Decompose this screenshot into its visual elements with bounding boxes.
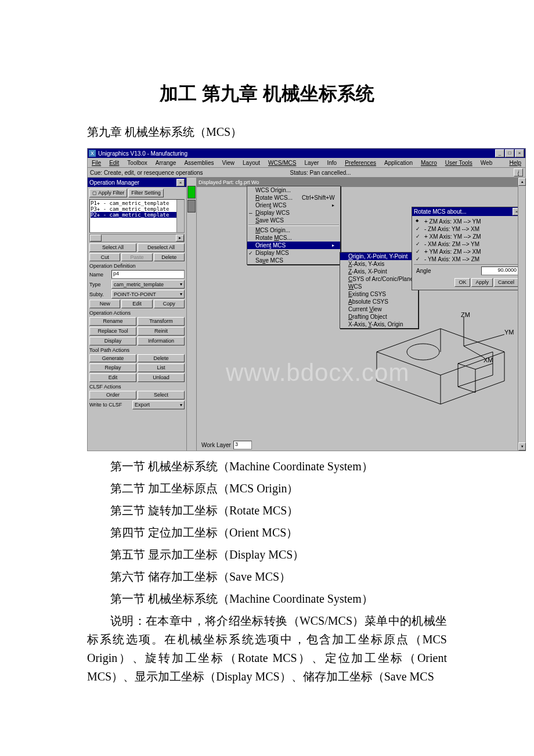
copy-button[interactable]: Copy bbox=[154, 300, 185, 308]
ok-button[interactable]: OK bbox=[454, 278, 470, 287]
submenu-existing-csys[interactable]: Existing CSYS bbox=[340, 290, 418, 298]
list-button[interactable]: List bbox=[138, 363, 185, 372]
menu-assemblies[interactable]: Assemblies bbox=[181, 160, 217, 166]
work-layer-input[interactable]: 3 bbox=[233, 441, 252, 449]
menu-web[interactable]: Web bbox=[478, 160, 495, 166]
menu-edit[interactable]: Edit bbox=[106, 160, 122, 166]
menu-rotate-mcs[interactable]: Rotate MCS... bbox=[247, 234, 340, 242]
graphics-canvas[interactable]: Displayed Part: cfg.prt Wo WCS Origin...… bbox=[197, 178, 525, 451]
tpa-delete-button[interactable]: Delete bbox=[138, 354, 185, 363]
order-button[interactable]: Order bbox=[89, 391, 136, 399]
menu-arrange[interactable]: Arrange bbox=[153, 160, 179, 166]
submenu-current-view[interactable]: Current View bbox=[340, 305, 418, 313]
replay-button[interactable]: Replay bbox=[89, 363, 136, 372]
new-button[interactable]: New bbox=[89, 300, 120, 308]
om-close-button[interactable]: × bbox=[176, 179, 185, 186]
menu-save-mcs[interactable]: Save MCS bbox=[247, 257, 340, 264]
submenu-csys-arc[interactable]: CSYS of Arc/Conic/Plane bbox=[340, 275, 418, 283]
type-dropdown[interactable]: cam_metric_template▾ bbox=[111, 280, 185, 289]
paste-button[interactable]: Paste bbox=[121, 253, 152, 262]
menu-view[interactable]: View bbox=[219, 160, 238, 166]
menu-application[interactable]: Application bbox=[381, 160, 416, 166]
menu-info[interactable]: Info bbox=[324, 160, 340, 166]
menu-layer[interactable]: Layer bbox=[301, 160, 322, 166]
menu-toolbox[interactable]: Toolbox bbox=[124, 160, 150, 166]
name-input[interactable]: p4 bbox=[111, 270, 185, 279]
chevron-down-icon: ▾ bbox=[180, 291, 182, 297]
submenu-zaxis-xpoint[interactable]: Z-Axis, X-Point bbox=[340, 268, 418, 275]
submenu-xaxis-yaxis[interactable]: X-Axis, Y-Axis bbox=[340, 260, 418, 268]
indicator-gray bbox=[187, 200, 196, 213]
close-button[interactable]: × bbox=[515, 149, 524, 157]
rot-opt-mzm[interactable]: - ZM Axis: YM --> XM bbox=[414, 225, 521, 233]
menu-wcs-origin[interactable]: WCS Origin... bbox=[247, 186, 340, 194]
cut-button[interactable]: Cut bbox=[89, 253, 120, 262]
menu-wcs-mcs[interactable]: WCS/MCS bbox=[265, 160, 299, 166]
apply-button[interactable]: Apply bbox=[471, 278, 493, 287]
information-button[interactable]: Information bbox=[138, 337, 185, 345]
menu-orient-wcs[interactable]: Orient WCS bbox=[247, 201, 340, 209]
list-item[interactable]: P1+ - cam_metric_template bbox=[91, 200, 183, 206]
rot-opt-mym[interactable]: - YM Axis: XM --> ZM bbox=[414, 255, 521, 263]
export-dropdown[interactable]: Export▾ bbox=[132, 401, 185, 409]
angle-input[interactable]: 90.0000 bbox=[481, 267, 518, 275]
work-layer-label: Work Layer bbox=[201, 442, 231, 448]
subtype-dropdown[interactable]: POINT-TO-POINT▾ bbox=[111, 290, 185, 298]
rename-button[interactable]: Rename bbox=[89, 317, 136, 326]
menubar: File Edit Toolbox Arrange Assemblies Vie… bbox=[88, 158, 525, 168]
reinit-button[interactable]: Reinit bbox=[138, 327, 185, 336]
delete-button[interactable]: Delete bbox=[154, 253, 185, 262]
menu-display-wcs[interactable]: Display WCS bbox=[247, 209, 340, 217]
transform-button[interactable]: Transform bbox=[138, 317, 185, 326]
deselect-all-button[interactable]: Deselect All bbox=[138, 243, 185, 252]
menu-rotate-wcs[interactable]: Rotate WCS...Ctrl+Shift+W bbox=[247, 194, 340, 201]
submenu-wcs[interactable]: WCS bbox=[340, 283, 418, 290]
unload-button[interactable]: Unload bbox=[138, 373, 185, 382]
section-3: 第三节 旋转加工坐标（Rotate MCS） bbox=[87, 501, 447, 520]
submenu-origin-xpt-ypt[interactable]: Origin, X-Point, Y-Point bbox=[340, 253, 418, 260]
submenu-xaxis-yaxis-origin[interactable]: X-Axis, Y-Axis, Origin bbox=[340, 321, 418, 328]
filter-setting-button[interactable]: Filter Setting bbox=[128, 189, 164, 197]
info-icon[interactable]: i bbox=[514, 168, 523, 177]
menu-display-mcs[interactable]: Display MCS bbox=[247, 249, 340, 257]
canvas-vscroll[interactable]: ▴ ▾ bbox=[518, 178, 525, 451]
edit-button[interactable]: Edit bbox=[121, 300, 152, 308]
select-all-button[interactable]: Select All bbox=[89, 243, 136, 252]
minimize-button[interactable]: _ bbox=[495, 149, 504, 157]
list-hscroll[interactable]: ▸ bbox=[89, 234, 185, 242]
menu-macro[interactable]: Macro bbox=[418, 160, 440, 166]
tpa-edit-button[interactable]: Edit bbox=[89, 373, 136, 382]
list-item[interactable]: P3+ - cam_metric_template bbox=[91, 206, 183, 212]
menu-orient-mcs[interactable]: Orient MCS bbox=[247, 242, 340, 249]
svg-line-3 bbox=[464, 346, 484, 358]
rot-opt-mxm[interactable]: - XM Axis: ZM --> YM bbox=[414, 240, 521, 248]
list-item[interactable]: P2+ - cam_metric_template bbox=[91, 212, 183, 218]
scroll-up-icon[interactable]: ▴ bbox=[518, 178, 526, 186]
select-button[interactable]: Select bbox=[138, 391, 185, 399]
operation-list[interactable]: P1+ - cam_metric_template P3+ - cam_metr… bbox=[89, 199, 185, 233]
rot-opt-pym[interactable]: + YM Axis: ZM --> XM bbox=[414, 248, 521, 255]
menu-preferences[interactable]: Preferences bbox=[342, 160, 379, 166]
submenu-absolute-csys[interactable]: Absolute CSYS bbox=[340, 298, 418, 305]
write-clsf-label: Write to CLSF bbox=[89, 402, 130, 408]
menu-help[interactable]: Help bbox=[506, 160, 524, 166]
display-button[interactable]: Display bbox=[89, 337, 136, 345]
submenu-drafting-object[interactable]: Drafting Object bbox=[340, 313, 418, 321]
rot-opt-pzm[interactable]: + ZM Axis: XM --> YM bbox=[414, 218, 521, 225]
section-6: 第六节 储存加工坐标（Save MCS） bbox=[87, 567, 447, 586]
rot-opt-pxm[interactable]: + XM Axis: YM --> ZM bbox=[414, 233, 521, 240]
scroll-down-icon[interactable]: ▾ bbox=[518, 442, 526, 451]
menu-mcs-origin[interactable]: MCS Origin... bbox=[247, 226, 340, 234]
scroll-thumb[interactable] bbox=[90, 235, 102, 242]
menu-layout[interactable]: Layout bbox=[240, 160, 263, 166]
menu-file[interactable]: File bbox=[89, 160, 104, 166]
menu-user-tools[interactable]: User Tools bbox=[442, 160, 475, 166]
scroll-right-icon[interactable]: ▸ bbox=[176, 235, 184, 242]
menu-save-wcs[interactable]: Save WCS bbox=[247, 217, 340, 224]
maximize-button[interactable]: □ bbox=[505, 149, 514, 157]
list-scrollbar[interactable] bbox=[176, 200, 184, 232]
cancel-button[interactable]: Cancel bbox=[494, 278, 518, 287]
generate-button[interactable]: Generate bbox=[89, 354, 136, 363]
apply-filter-toggle[interactable]: Apply Filter bbox=[89, 189, 127, 197]
replace-tool-button[interactable]: Replace Tool bbox=[89, 327, 136, 336]
